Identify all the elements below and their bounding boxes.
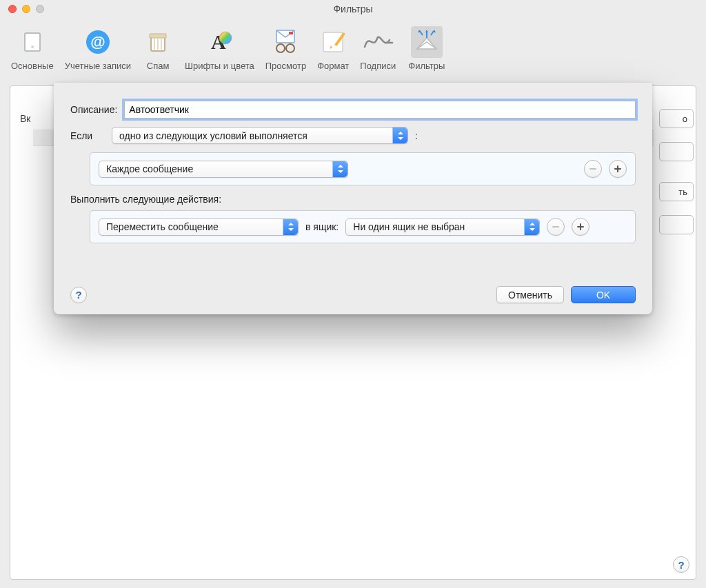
svg-marker-23 <box>432 30 436 32</box>
toolbar-tab-format[interactable]: Формат <box>313 23 353 81</box>
sheet-help-button[interactable]: ? <box>70 287 87 303</box>
toolbar-tab-general[interactable]: Основные <box>7 23 58 81</box>
toolbar-tab-label: Просмотр <box>265 61 306 71</box>
criteria-field-value: Каждое сообщение <box>106 163 193 174</box>
filters-icon <box>411 26 443 58</box>
action-row: Переместить сообщение в ящик: Ни один ящ… <box>90 210 636 243</box>
close-window-button[interactable] <box>8 5 17 13</box>
toolbar-tab-accounts[interactable]: @ Учетные записи <box>61 23 135 81</box>
svg-point-10 <box>219 32 232 44</box>
toolbar-tab-label: Подписи <box>360 61 396 71</box>
compose-icon <box>317 26 349 58</box>
actions-section-label: Выполнить следующие действия: <box>70 194 636 205</box>
svg-marker-24 <box>398 132 403 134</box>
action-target-value: Ни один ящик не выбран <box>353 221 465 232</box>
toolbar-tab-fonts[interactable]: A Шрифты и цвета <box>181 23 259 81</box>
background-button-peek-2[interactable] <box>659 142 694 161</box>
background-label-fragment: Вк <box>20 113 30 124</box>
toolbar-tab-label: Основные <box>11 61 54 71</box>
toolbar-tab-label: Учетные записи <box>65 61 131 71</box>
toolbar-tab-label: Шрифты и цвета <box>185 61 254 71</box>
svg-rect-0 <box>25 33 40 51</box>
remove-criteria-button[interactable] <box>584 160 602 178</box>
svg-marker-27 <box>338 170 343 173</box>
zoom-window-button[interactable] <box>36 5 44 13</box>
svg-marker-31 <box>288 223 294 225</box>
filter-edit-sheet: Описание: Если одно из следующих условий… <box>54 83 652 314</box>
action-type-popup[interactable]: Переместить сообщение <box>99 219 299 236</box>
popup-arrows-icon <box>283 219 298 235</box>
toolbar-tab-label: Спам <box>147 61 170 71</box>
toolbar-tab-viewing[interactable]: Просмотр <box>261 23 310 81</box>
if-condition-value: одно из следующих условий выполняется <box>119 130 307 141</box>
window-help-button[interactable]: ? <box>673 556 689 573</box>
svg-rect-16 <box>323 32 343 52</box>
window-title: Фильтры <box>0 3 706 14</box>
criteria-row: Каждое сообщение <box>90 152 636 185</box>
if-label: Если <box>70 130 105 141</box>
if-colon: : <box>415 130 418 141</box>
svg-marker-26 <box>338 165 343 168</box>
svg-point-1 <box>31 45 34 48</box>
svg-marker-32 <box>288 228 294 231</box>
popup-arrows-icon <box>524 219 539 235</box>
svg-marker-34 <box>530 228 535 231</box>
svg-marker-33 <box>530 223 535 225</box>
preferences-toolbar: Основные @ Учетные записи <box>0 18 706 83</box>
trash-icon <box>142 26 174 58</box>
ok-button[interactable]: OK <box>571 286 636 303</box>
at-sign-icon: @ <box>82 26 114 58</box>
svg-marker-25 <box>398 137 403 140</box>
popup-arrows-icon <box>332 161 347 177</box>
svg-rect-5 <box>150 34 166 38</box>
svg-marker-21 <box>425 30 428 32</box>
background-button-peek-4[interactable] <box>659 215 694 234</box>
cancel-button[interactable]: Отменить <box>496 286 564 303</box>
titlebar: Фильтры <box>0 0 706 18</box>
window-controls <box>0 5 44 13</box>
popup-arrows-icon <box>392 128 407 143</box>
signature-icon <box>362 26 394 58</box>
background-button-peek-3[interactable]: ть <box>659 182 694 201</box>
svg-point-14 <box>286 44 294 52</box>
description-input[interactable] <box>124 101 636 119</box>
description-label: Описание: <box>70 104 117 115</box>
action-mid-label: в ящик: <box>305 221 339 232</box>
if-condition-popup[interactable]: одно из следующих условий выполняется <box>112 127 408 144</box>
svg-text:@: @ <box>90 33 105 50</box>
add-criteria-button[interactable] <box>609 160 627 178</box>
toolbar-tab-filters[interactable]: Фильтры <box>404 23 449 81</box>
toolbar-tab-label: Фильтры <box>408 61 445 71</box>
background-button-peek-1[interactable]: о <box>659 109 694 128</box>
fonts-colors-icon: A <box>203 26 235 58</box>
action-target-popup[interactable]: Ни один ящик не выбран <box>345 219 540 236</box>
svg-point-13 <box>276 44 285 52</box>
minimize-window-button[interactable] <box>22 5 30 13</box>
action-type-value: Переместить сообщение <box>106 221 219 232</box>
general-icon <box>17 26 48 58</box>
toolbar-tab-label: Формат <box>317 61 349 71</box>
toolbar-tab-signatures[interactable]: Подписи <box>356 23 400 81</box>
preferences-window: Фильтры Основные @ Учетные записи <box>0 0 706 588</box>
svg-marker-22 <box>418 30 421 32</box>
viewing-icon <box>270 26 301 58</box>
sheet-footer: ? Отменить OK <box>70 286 636 303</box>
svg-rect-12 <box>289 32 293 34</box>
remove-action-button[interactable] <box>547 218 565 236</box>
toolbar-tab-spam[interactable]: Спам <box>138 23 178 81</box>
criteria-field-popup[interactable]: Каждое сообщение <box>99 161 348 178</box>
add-action-button[interactable] <box>572 218 589 236</box>
